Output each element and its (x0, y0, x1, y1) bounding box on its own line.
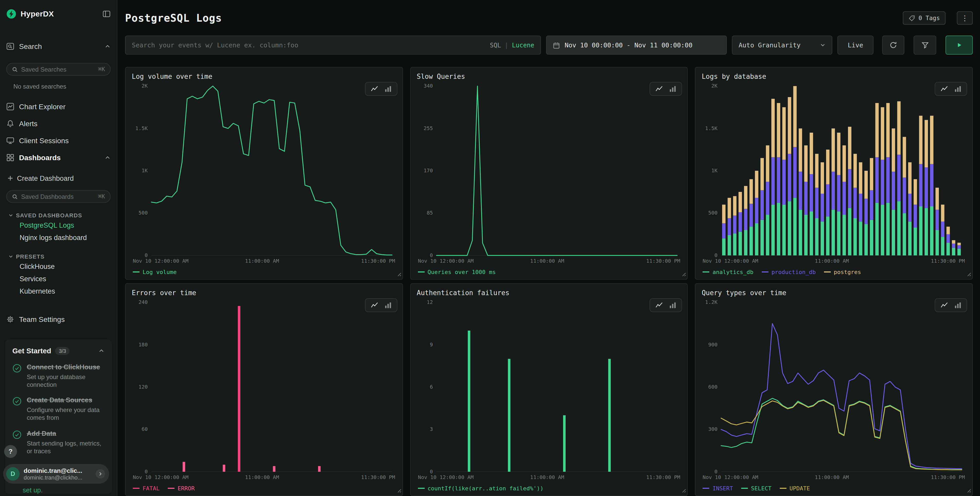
sidebar-item-alerts[interactable]: Alerts (6, 115, 111, 132)
saved-dashboards-input[interactable]: ⌘K (6, 190, 111, 203)
bar-chart-icon[interactable] (384, 86, 391, 92)
nav-label: Chart Explorer (19, 102, 65, 110)
sidebar-item-nginx-logs-dashboard[interactable]: Nginx logs dashboard (6, 231, 111, 244)
resize-handle[interactable] (396, 270, 401, 278)
saved-dashboards-field[interactable] (21, 193, 95, 200)
stacked-bar-segment (782, 159, 786, 204)
line-chart-icon[interactable] (940, 302, 948, 308)
event-search-input[interactable] (132, 41, 485, 49)
stacked-bar-segment (843, 145, 846, 182)
sidebar-item-client-sessions[interactable]: Client Sessions (6, 132, 111, 149)
run-query-button[interactable] (945, 35, 973, 54)
date-range-picker[interactable]: Nov 10 00:00:00 - Nov 11 00:00:00 (546, 35, 727, 54)
lucene-toggle[interactable]: Lucene (512, 41, 534, 49)
get-started-item[interactable]: Connect to ClickHouse Set up your databa… (12, 363, 105, 389)
presets-section-header[interactable]: PRESETS (6, 253, 111, 260)
stacked-bar-segment (952, 248, 955, 255)
stacked-bar-segment (794, 86, 797, 147)
sidebar-item-kubernetes[interactable]: Kubernetes (6, 285, 111, 297)
sql-toggle[interactable]: SQL (490, 41, 501, 49)
resize-handle[interactable] (966, 270, 971, 278)
line-chart-icon[interactable] (940, 86, 948, 92)
bar-chart-icon[interactable] (670, 302, 676, 308)
search-label: Search (19, 42, 42, 51)
chart-legend: analytics_dbproduction_dbpostgres (702, 266, 966, 278)
sidebar-item-dashboards[interactable]: Dashboards (6, 149, 111, 166)
query-language-toggle: SQL | Lucene (490, 41, 534, 49)
legend-item[interactable]: SELECT (741, 485, 772, 491)
saved-searches-input[interactable]: ⌘K (6, 63, 111, 76)
stacked-bar-segment (864, 171, 868, 199)
bar-chart-icon[interactable] (954, 86, 961, 92)
sidebar-item-chart-explorer[interactable]: Chart Explorer (6, 98, 111, 115)
chart-panel-1: Log volume over time 2K1.5K1K5000Nov 10 … (125, 67, 403, 280)
stacked-bar-segment (892, 129, 895, 172)
bar-chart-icon[interactable] (670, 86, 676, 92)
chart-legend: FATALERROR (132, 482, 396, 494)
collapse-sidebar-icon[interactable] (102, 10, 111, 18)
legend-item[interactable]: ERROR (168, 485, 194, 491)
get-started-header[interactable]: Get Started 3/3 (12, 346, 105, 356)
bar-chart-icon[interactable] (954, 302, 961, 308)
legend-item[interactable]: FATAL (133, 485, 159, 491)
setup-link[interactable]: set up. (23, 486, 43, 494)
help-button[interactable]: ? (4, 445, 17, 458)
sidebar-item-team-settings[interactable]: Team Settings (6, 313, 111, 326)
legend-item[interactable]: UPDATE (780, 485, 810, 491)
legend-item[interactable]: postgres (824, 269, 861, 275)
filter-button[interactable] (913, 35, 936, 54)
get-started-progress-badge: 3/3 (55, 347, 70, 355)
legend-item[interactable]: Log volume (133, 269, 177, 275)
page-menu-button[interactable]: ⋮ (957, 11, 973, 25)
resize-handle[interactable] (681, 270, 686, 278)
stacked-bar-segment (810, 174, 813, 211)
sidebar-item-clickhouse[interactable]: ClickHouse (6, 260, 111, 273)
stacked-bar-segment (886, 203, 890, 255)
legend-item[interactable]: analytics_db (703, 269, 754, 275)
sidebar-item-services[interactable]: Services (6, 273, 111, 285)
chevron-up-icon (98, 348, 105, 354)
granularity-select[interactable]: Auto Granularity (732, 35, 832, 54)
bar-chart-icon[interactable] (384, 302, 391, 308)
legend-item[interactable]: countIf(like(arr..ation failed%')) (418, 485, 543, 491)
line-chart-icon[interactable] (370, 86, 378, 92)
plot-area: 240180120600Nov 10 12:00:00 AM11:00:00 A… (132, 298, 396, 482)
create-dashboard-button[interactable]: Create Dashboard (6, 172, 111, 184)
stacked-bar-segment (903, 137, 906, 177)
get-started-item[interactable]: Add Data Start sending logs, metrics, or… (12, 429, 105, 455)
sidebar-item-search[interactable]: Search (6, 40, 111, 53)
legend-item[interactable]: production_db (762, 269, 816, 275)
user-menu[interactable]: D dominic.tran@clic... dominic.tran@clic… (3, 464, 109, 484)
saved-dashboards-section-header[interactable]: SAVED DASHBOARDS (6, 212, 111, 219)
stacked-bar-segment (782, 107, 786, 159)
stacked-bar-segment (772, 205, 775, 255)
legend-item[interactable]: INSERT (703, 485, 733, 491)
resize-handle[interactable] (681, 486, 686, 494)
panel-title: Logs by database (702, 73, 966, 82)
app: HyperDX Search ⌘K No saved searches (0, 0, 980, 496)
line-chart-icon[interactable] (370, 302, 378, 308)
tags-button[interactable]: 0 Tags (903, 11, 945, 25)
get-started-item-title: Create Data Sources (27, 396, 102, 405)
stacked-bar-segment (875, 103, 879, 157)
search-icon (12, 193, 18, 199)
stacked-bar-segment (750, 179, 753, 204)
resize-handle[interactable] (396, 486, 401, 494)
y-axis-tick-label: 255 (423, 125, 433, 131)
saved-searches-field[interactable] (21, 66, 95, 73)
legend-item[interactable]: Queries over 1000 ms (418, 269, 496, 275)
stacked-bar-segment (930, 206, 934, 255)
line-chart-icon[interactable] (655, 302, 663, 308)
event-search-box[interactable]: SQL | Lucene (125, 35, 541, 54)
gear-icon (6, 315, 14, 324)
live-button[interactable]: Live (837, 35, 873, 54)
sidebar-item-postgresql-logs[interactable]: PostgreSQL Logs (6, 219, 111, 231)
line-chart-icon[interactable] (655, 86, 663, 92)
resize-handle[interactable] (966, 486, 971, 494)
get-started-item[interactable]: Create Data Sources Configure where your… (12, 396, 105, 423)
panel-title: Log volume over time (132, 73, 396, 82)
refresh-button[interactable] (882, 35, 904, 54)
stacked-bar-segment (761, 158, 764, 190)
x-axis-tick-label: 11:30:00 PM (361, 258, 395, 264)
stacked-bar-segment (881, 159, 884, 204)
